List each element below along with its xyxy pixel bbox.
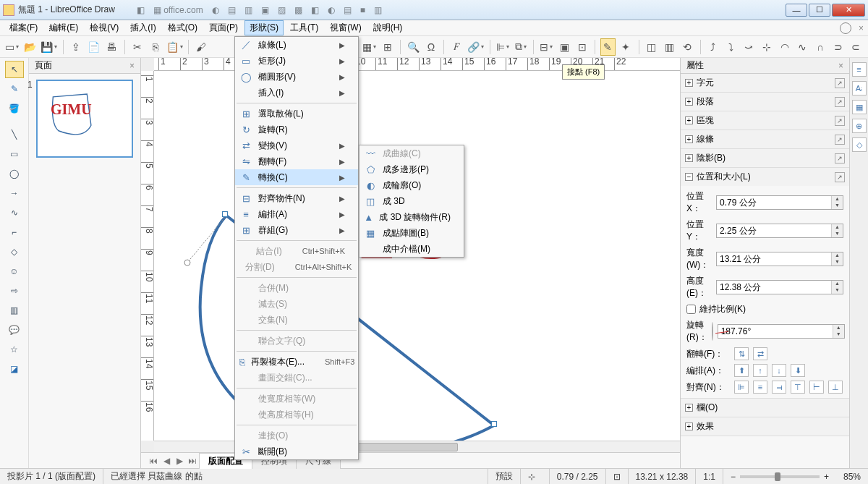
distribute-button[interactable]: ⊟ — [539, 38, 554, 56]
menubar-close-icon[interactable]: × — [859, 23, 864, 33]
curve-smooth-button[interactable]: ∿ — [795, 38, 810, 56]
shape-menu-item-13[interactable]: ⊞群組(G)▶ — [235, 222, 358, 238]
menu-shape[interactable]: 形狀(S) — [244, 20, 284, 35]
page-thumbnail[interactable]: 1 GIMU — [36, 80, 133, 158]
zoom-button[interactable]: 🔍 — [406, 38, 421, 56]
shadow-button[interactable]: ▣ — [557, 38, 572, 56]
3d-objects-tool[interactable]: ◪ — [5, 360, 24, 378]
shape-menu-item-31[interactable]: ✂斷開(B) — [235, 443, 358, 459]
section-character[interactable]: 字元 — [697, 77, 714, 89]
flowchart-tool[interactable]: ▥ — [5, 302, 24, 319]
zoom-slider[interactable] — [740, 475, 820, 478]
shape-menu-item-1[interactable]: ▭矩形(J)▶ — [235, 53, 358, 69]
width-input[interactable] — [717, 252, 831, 266]
tab-nav-next[interactable]: ▶ — [173, 456, 186, 466]
page-panel-close-icon[interactable]: × — [129, 61, 135, 71]
line-color-tool[interactable]: ✎ — [5, 80, 24, 98]
tab-nav-first[interactable]: ⏮ — [147, 456, 160, 466]
menu-format[interactable]: 格式(O) — [163, 20, 203, 35]
arrange-button[interactable]: ⧉ — [514, 38, 529, 56]
shape-menu-item-3[interactable]: 插入(I)▶ — [235, 85, 358, 101]
fill-color-tool[interactable]: 🪣 — [5, 100, 24, 117]
shape-menu-item-0[interactable]: ／線條(L)▶ — [235, 37, 358, 53]
menu-window[interactable]: 視窗(W) — [325, 20, 366, 35]
export-button[interactable]: ⇪ — [69, 38, 84, 56]
curve-corner-button[interactable]: ◠ — [777, 38, 792, 56]
block-arrows-tool[interactable]: ⇨ — [5, 282, 24, 300]
section-column[interactable]: 欄(O) — [697, 402, 718, 414]
flip-v-icon[interactable]: ⇅ — [734, 347, 749, 360]
menu-insert[interactable]: 插入(I) — [125, 20, 161, 35]
curve-reduce-button[interactable]: ⊂ — [848, 38, 864, 56]
curve-symmetric-button[interactable]: ∩ — [813, 38, 828, 56]
symbol-shapes-tool[interactable]: ☺ — [5, 263, 24, 280]
sidebar-tab-shapes-icon[interactable]: ◇ — [852, 137, 867, 152]
menu-edit[interactable]: 編輯(E) — [44, 20, 83, 35]
shape-menu-item-6[interactable]: ↻旋轉(R) — [235, 122, 358, 137]
new-button[interactable]: ▭ — [4, 38, 20, 56]
section-more-icon[interactable]: ↗ — [835, 78, 845, 88]
crop-button[interactable]: ⊡ — [575, 38, 590, 56]
curve-tool[interactable]: ∿ — [5, 204, 24, 221]
rotation-input[interactable] — [718, 325, 833, 338]
curve-insert-button[interactable]: ⤴ — [705, 38, 720, 56]
close-button[interactable]: ✕ — [832, 4, 865, 17]
open-button[interactable]: 📂 — [22, 38, 38, 56]
sidebar-tab-gallery-icon[interactable]: ▦ — [852, 100, 867, 114]
export-pdf-button[interactable]: 📄 — [86, 38, 101, 56]
pos-y-input[interactable] — [717, 224, 831, 237]
menu-help[interactable]: 說明(H) — [368, 20, 408, 35]
status-scale[interactable]: 1:1 — [696, 469, 723, 484]
shape-menu-item-8[interactable]: ⇋翻轉(F)▶ — [235, 153, 358, 169]
print-button[interactable]: 🖶 — [104, 38, 119, 56]
toggle-extrusion-button[interactable]: ◫ — [644, 38, 659, 56]
convert-submenu-item-1[interactable]: ⬠成多邊形(P) — [359, 161, 464, 177]
grid-button[interactable]: ▦ — [362, 38, 377, 56]
zoom-out-icon[interactable]: − — [731, 472, 736, 482]
menu-tools[interactable]: 工具(T) — [285, 20, 323, 35]
ellipse-tool[interactable]: ◯ — [5, 165, 24, 182]
convert-submenu-item-2[interactable]: ◐成輪廓(O) — [359, 177, 464, 193]
section-area[interactable]: 區塊 — [697, 114, 714, 127]
position-size-button[interactable]: ▥ — [662, 38, 677, 56]
convert-submenu-item-4[interactable]: ▲成 3D 旋轉物件(R) — [359, 209, 464, 225]
height-input[interactable] — [717, 281, 831, 294]
connector-tool[interactable]: ⌐ — [5, 224, 24, 241]
menu-page[interactable]: 頁面(P) — [204, 20, 243, 35]
rect-tool[interactable]: ▭ — [5, 145, 24, 163]
zoom-in-icon[interactable]: + — [824, 472, 829, 482]
bring-front-icon[interactable]: ⬆ — [734, 364, 749, 377]
menu-file[interactable]: 檔案(F) — [4, 20, 43, 35]
selection-handle[interactable] — [491, 421, 497, 427]
properties-close-icon[interactable]: × — [838, 61, 843, 71]
arrow-tool[interactable]: → — [5, 184, 24, 202]
flip-h-icon[interactable]: ⇄ — [753, 347, 767, 360]
align-left-icon[interactable]: ⊫ — [734, 381, 749, 394]
basic-shapes-tool[interactable]: ◇ — [5, 243, 24, 260]
helplines-button[interactable]: ⊞ — [380, 38, 395, 56]
align-center-icon[interactable]: ≡ — [753, 381, 767, 394]
maximize-button[interactable]: ☐ — [809, 4, 830, 17]
sidebar-tab-styles-icon[interactable]: Aᵢ — [852, 81, 867, 95]
edit-points-button[interactable]: ✎ — [600, 38, 616, 56]
backward-icon[interactable]: ↓ — [772, 364, 786, 377]
selection-handle[interactable] — [222, 211, 228, 217]
select-tool[interactable]: ↖ — [5, 61, 24, 78]
clone-format-button[interactable]: 🖌 — [194, 38, 209, 56]
fontwork-button[interactable]: 𝐹 — [449, 38, 464, 56]
gluepoints-button[interactable]: ✦ — [618, 38, 634, 56]
special-char-button[interactable]: Ω — [424, 38, 439, 56]
shape-menu-item-12[interactable]: ≡編排(A)▶ — [235, 206, 358, 222]
convert-submenu-item-6[interactable]: 成中介檔(M) — [359, 241, 464, 257]
menu-view[interactable]: 檢視(V) — [85, 20, 124, 35]
align-top-icon[interactable]: ⊤ — [791, 381, 805, 394]
section-possize[interactable]: 位置和大小(L) — [697, 171, 751, 183]
stars-tool[interactable]: ☆ — [5, 341, 24, 358]
callouts-tool[interactable]: 💬 — [5, 321, 24, 339]
insert-hyperlink-button[interactable]: 🔗 — [467, 38, 485, 56]
flip-button[interactable]: ⟲ — [680, 38, 695, 56]
align-right-icon[interactable]: ⫤ — [772, 381, 786, 394]
curve-move-button[interactable]: ⤵ — [723, 38, 739, 56]
convert-submenu-item-3[interactable]: ◫成 3D — [359, 193, 464, 209]
tab-nav-last[interactable]: ⏭ — [186, 456, 199, 466]
